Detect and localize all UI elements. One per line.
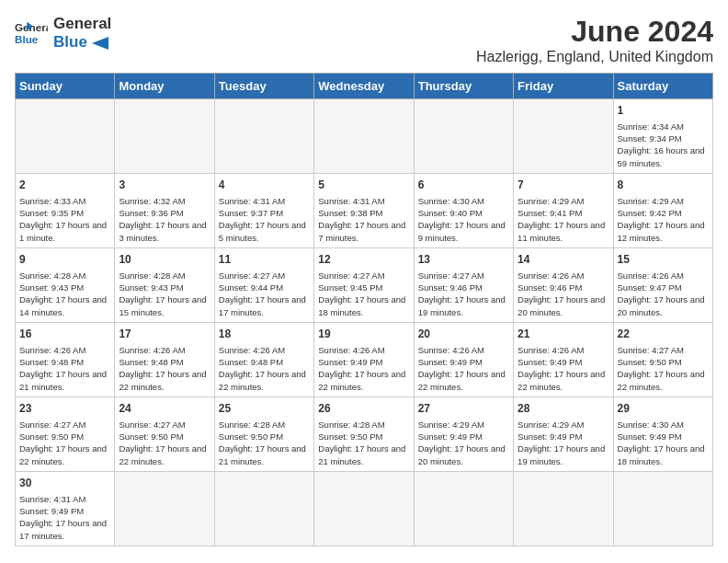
day-header-row: SundayMondayTuesdayWednesdayThursdayFrid… (16, 74, 713, 99)
week-row-0: 1Sunrise: 4:34 AM Sunset: 9:34 PM Daylig… (16, 99, 713, 174)
day-info-3: Sunrise: 4:32 AM Sunset: 9:36 PM Dayligh… (119, 195, 210, 244)
cell-w5-d5 (514, 471, 613, 546)
cell-w3-d6: 22Sunrise: 4:27 AM Sunset: 9:50 PM Dayli… (613, 322, 712, 396)
cell-w1-d3: 5Sunrise: 4:31 AM Sunset: 9:38 PM Daylig… (314, 173, 414, 247)
calendar-header: SundayMondayTuesdayWednesdayThursdayFrid… (16, 74, 713, 99)
cell-w0-d6: 1Sunrise: 4:34 AM Sunset: 9:34 PM Daylig… (613, 99, 712, 174)
cell-w5-d2 (214, 471, 313, 546)
day-number-22: 22 (618, 327, 709, 342)
page-header: General Blue General Blue June 2024 Hazl… (15, 15, 713, 65)
cell-w4-d3: 26Sunrise: 4:28 AM Sunset: 9:50 PM Dayli… (314, 396, 414, 471)
cell-w1-d1: 3Sunrise: 4:32 AM Sunset: 9:36 PM Daylig… (115, 173, 214, 247)
cell-w2-d0: 9Sunrise: 4:28 AM Sunset: 9:43 PM Daylig… (16, 247, 115, 322)
cell-w3-d2: 18Sunrise: 4:26 AM Sunset: 9:48 PM Dayli… (214, 322, 313, 396)
day-number-3: 3 (119, 178, 210, 193)
cell-w2-d1: 10Sunrise: 4:28 AM Sunset: 9:43 PM Dayli… (115, 247, 214, 322)
day-info-23: Sunrise: 4:27 AM Sunset: 9:50 PM Dayligh… (19, 419, 110, 467)
day-number-6: 6 (418, 178, 509, 193)
day-info-12: Sunrise: 4:27 AM Sunset: 9:45 PM Dayligh… (318, 270, 409, 318)
cell-w4-d6: 29Sunrise: 4:30 AM Sunset: 9:49 PM Dayli… (613, 396, 712, 471)
cell-w3-d1: 17Sunrise: 4:26 AM Sunset: 9:48 PM Dayli… (115, 322, 214, 396)
cell-w2-d5: 14Sunrise: 4:26 AM Sunset: 9:46 PM Dayli… (514, 247, 613, 322)
cell-w5-d4 (414, 471, 513, 546)
cell-w0-d3 (314, 99, 414, 174)
day-number-24: 24 (119, 401, 210, 417)
day-number-5: 5 (318, 178, 409, 193)
day-number-4: 4 (219, 178, 310, 193)
cell-w3-d4: 20Sunrise: 4:26 AM Sunset: 9:49 PM Dayli… (414, 322, 513, 396)
cell-w0-d2 (214, 99, 313, 174)
logo-general-text: General (53, 15, 111, 33)
day-info-25: Sunrise: 4:28 AM Sunset: 9:50 PM Dayligh… (219, 419, 310, 467)
day-info-4: Sunrise: 4:31 AM Sunset: 9:37 PM Dayligh… (219, 195, 310, 244)
day-number-8: 8 (618, 178, 709, 193)
day-info-18: Sunrise: 4:26 AM Sunset: 9:48 PM Dayligh… (219, 344, 310, 393)
cell-w4-d5: 28Sunrise: 4:29 AM Sunset: 9:49 PM Dayli… (514, 396, 613, 471)
cell-w1-d4: 6Sunrise: 4:30 AM Sunset: 9:40 PM Daylig… (414, 173, 513, 247)
day-info-1: Sunrise: 4:34 AM Sunset: 9:34 PM Dayligh… (618, 121, 709, 169)
day-info-8: Sunrise: 4:29 AM Sunset: 9:42 PM Dayligh… (618, 195, 709, 244)
day-info-7: Sunrise: 4:29 AM Sunset: 9:41 PM Dayligh… (518, 195, 609, 244)
cell-w4-d2: 25Sunrise: 4:28 AM Sunset: 9:50 PM Dayli… (214, 396, 313, 471)
day-info-17: Sunrise: 4:26 AM Sunset: 9:48 PM Dayligh… (119, 344, 210, 393)
cell-w3-d5: 21Sunrise: 4:26 AM Sunset: 9:49 PM Dayli… (514, 322, 613, 396)
cell-w3-d0: 16Sunrise: 4:26 AM Sunset: 9:48 PM Dayli… (16, 322, 115, 396)
cell-w1-d0: 2Sunrise: 4:33 AM Sunset: 9:35 PM Daylig… (16, 173, 115, 247)
week-row-1: 2Sunrise: 4:33 AM Sunset: 9:35 PM Daylig… (16, 173, 713, 247)
cell-w1-d6: 8Sunrise: 4:29 AM Sunset: 9:42 PM Daylig… (613, 173, 712, 247)
cell-w5-d0: 30Sunrise: 4:31 AM Sunset: 9:49 PM Dayli… (16, 471, 115, 546)
day-number-27: 27 (418, 401, 509, 417)
cell-w4-d1: 24Sunrise: 4:27 AM Sunset: 9:50 PM Dayli… (115, 396, 214, 471)
cell-w1-d5: 7Sunrise: 4:29 AM Sunset: 9:41 PM Daylig… (514, 173, 613, 247)
calendar-subtitle: Hazlerigg, England, United Kingdom (476, 49, 713, 65)
calendar-table: SundayMondayTuesdayWednesdayThursdayFrid… (15, 73, 713, 546)
day-number-2: 2 (19, 178, 110, 193)
day-number-16: 16 (19, 327, 110, 342)
day-number-21: 21 (518, 327, 609, 342)
day-info-26: Sunrise: 4:28 AM Sunset: 9:50 PM Dayligh… (318, 419, 409, 467)
day-info-27: Sunrise: 4:29 AM Sunset: 9:49 PM Dayligh… (418, 419, 509, 467)
day-info-16: Sunrise: 4:26 AM Sunset: 9:48 PM Dayligh… (19, 344, 110, 393)
cell-w2-d4: 13Sunrise: 4:27 AM Sunset: 9:46 PM Dayli… (414, 247, 513, 322)
cell-w5-d1 (115, 471, 214, 546)
header-monday: Monday (115, 74, 214, 99)
day-info-14: Sunrise: 4:26 AM Sunset: 9:46 PM Dayligh… (518, 270, 609, 318)
day-info-28: Sunrise: 4:29 AM Sunset: 9:49 PM Dayligh… (518, 419, 609, 467)
day-number-23: 23 (19, 401, 110, 417)
cell-w1-d2: 4Sunrise: 4:31 AM Sunset: 9:37 PM Daylig… (214, 173, 313, 247)
day-info-5: Sunrise: 4:31 AM Sunset: 9:38 PM Dayligh… (318, 195, 409, 244)
cell-w5-d6 (613, 471, 712, 546)
day-number-18: 18 (219, 327, 310, 342)
logo-icon: General Blue (15, 17, 48, 50)
day-number-26: 26 (318, 401, 409, 417)
week-row-5: 30Sunrise: 4:31 AM Sunset: 9:49 PM Dayli… (16, 471, 713, 546)
header-sunday: Sunday (16, 74, 115, 99)
header-wednesday: Wednesday (314, 74, 414, 99)
day-info-21: Sunrise: 4:26 AM Sunset: 9:49 PM Dayligh… (518, 344, 609, 393)
day-number-14: 14 (518, 252, 609, 268)
logo: General Blue General Blue (15, 15, 111, 52)
cell-w4-d4: 27Sunrise: 4:29 AM Sunset: 9:49 PM Dayli… (414, 396, 513, 471)
cell-w0-d1 (115, 99, 214, 174)
day-number-10: 10 (119, 252, 210, 268)
day-info-19: Sunrise: 4:26 AM Sunset: 9:49 PM Dayligh… (318, 344, 409, 393)
day-info-13: Sunrise: 4:27 AM Sunset: 9:46 PM Dayligh… (418, 270, 509, 318)
cell-w3-d3: 19Sunrise: 4:26 AM Sunset: 9:49 PM Dayli… (314, 322, 414, 396)
calendar-body: 1Sunrise: 4:34 AM Sunset: 9:34 PM Daylig… (16, 99, 713, 546)
day-number-13: 13 (418, 252, 509, 268)
day-info-30: Sunrise: 4:31 AM Sunset: 9:49 PM Dayligh… (19, 493, 110, 542)
svg-marker-3 (92, 37, 108, 50)
header-friday: Friday (514, 74, 613, 99)
cell-w0-d5 (514, 99, 613, 174)
day-number-12: 12 (318, 252, 409, 268)
cell-w2-d6: 15Sunrise: 4:26 AM Sunset: 9:47 PM Dayli… (613, 247, 712, 322)
day-number-15: 15 (618, 252, 709, 268)
day-number-17: 17 (119, 327, 210, 342)
day-number-20: 20 (418, 327, 509, 342)
day-info-29: Sunrise: 4:30 AM Sunset: 9:49 PM Dayligh… (618, 419, 709, 467)
day-info-10: Sunrise: 4:28 AM Sunset: 9:43 PM Dayligh… (119, 270, 210, 318)
cell-w4-d0: 23Sunrise: 4:27 AM Sunset: 9:50 PM Dayli… (16, 396, 115, 471)
cell-w5-d3 (314, 471, 414, 546)
day-number-7: 7 (518, 178, 609, 193)
header-thursday: Thursday (414, 74, 513, 99)
